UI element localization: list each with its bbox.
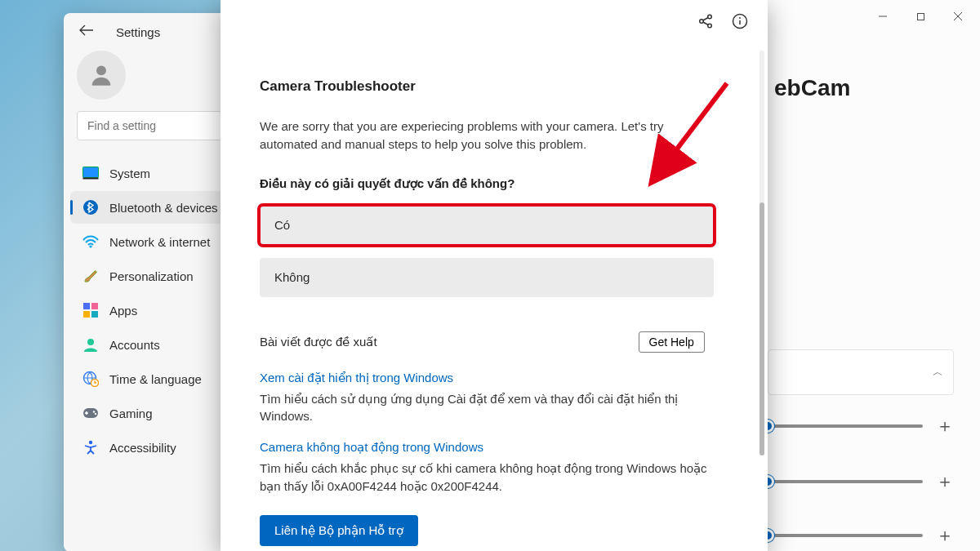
svg-point-21 <box>708 15 712 19</box>
settings-title: Settings <box>116 25 160 39</box>
accessibility-icon <box>82 438 100 456</box>
svg-line-24 <box>703 22 708 25</box>
sidebar-item-label: Personalization <box>109 269 194 283</box>
svg-point-8 <box>89 245 91 247</box>
svg-rect-12 <box>91 311 98 318</box>
svg-point-18 <box>95 413 96 415</box>
bluetooth-icon <box>82 198 100 216</box>
suggested-article: Camera không hoạt động trong Windows Tìm… <box>260 440 717 495</box>
slider-row: ＋ <box>768 519 954 551</box>
svg-point-19 <box>89 441 92 444</box>
troubleshooter-title: Camera Troubleshooter <box>260 78 730 95</box>
troubleshooter-question: Điều này có giải quyết được vấn đề không… <box>260 176 730 191</box>
globe-clock-icon <box>82 370 100 388</box>
svg-point-13 <box>87 339 94 345</box>
sidebar-item-label: Network & internet <box>109 235 210 249</box>
sidebar-item-label: System <box>109 167 150 180</box>
contact-support-button[interactable]: Liên hệ Bộ phận Hỗ trợ <box>260 515 418 546</box>
sidebar-item-label: Gaming <box>109 407 153 420</box>
page-title: ebCam <box>774 75 850 101</box>
slider-row: ＋ <box>768 410 954 442</box>
option-yes-button[interactable]: Có <box>260 206 714 245</box>
slider[interactable] <box>768 424 923 428</box>
slider-row: ＋ <box>768 465 954 498</box>
window-controls <box>864 3 977 29</box>
get-help-panel: Camera Troubleshooter We are sorry that … <box>220 0 768 551</box>
svg-rect-5 <box>83 167 99 178</box>
brush-icon <box>82 267 100 285</box>
svg-rect-10 <box>91 303 98 309</box>
svg-rect-9 <box>83 303 90 309</box>
chevron-up-icon: ︿ <box>933 365 943 380</box>
troubleshooter-description: We are sorry that you are experiecing pr… <box>260 118 717 153</box>
minimize-button[interactable] <box>864 3 902 29</box>
account-icon <box>82 335 100 353</box>
article-link[interactable]: Xem cài đặt hiển thị trong Windows <box>260 371 717 385</box>
maximize-button[interactable] <box>902 3 939 29</box>
scrollbar-thumb[interactable] <box>760 202 764 455</box>
share-icon[interactable] <box>697 13 714 33</box>
svg-rect-6 <box>83 178 99 180</box>
webcam-settings-window: ebCam ︿ ＋ ＋ ＋ <box>768 0 980 551</box>
sidebar-item-label: Apps <box>109 304 137 318</box>
plus-icon[interactable]: ＋ <box>936 523 954 548</box>
svg-point-20 <box>700 20 704 24</box>
svg-point-4 <box>96 65 106 75</box>
option-no-button[interactable]: Không <box>260 258 714 297</box>
svg-line-23 <box>703 18 708 21</box>
sidebar-item-label: Accounts <box>109 338 160 352</box>
section-expander[interactable]: ︿ <box>768 349 954 395</box>
sidebar-item-label: Time & language <box>109 372 202 386</box>
info-icon[interactable] <box>732 13 748 33</box>
user-avatar[interactable] <box>77 51 126 100</box>
sidebar-item-label: Bluetooth & devices <box>109 201 218 215</box>
article-desc: Tìm hiểu cách sử dụng ứng dụng Cài đặt đ… <box>260 390 717 426</box>
scrollbar[interactable] <box>760 51 764 451</box>
svg-rect-1 <box>917 13 924 20</box>
wifi-icon <box>82 233 100 251</box>
article-link[interactable]: Camera không hoạt động trong Windows <box>260 440 717 455</box>
suggested-articles-label: Bài viết được đề xuất <box>260 335 377 349</box>
display-icon <box>82 164 100 182</box>
plus-icon[interactable]: ＋ <box>936 414 954 438</box>
gaming-icon <box>82 404 100 422</box>
suggested-article: Xem cài đặt hiển thị trong Windows Tìm h… <box>260 371 717 426</box>
get-help-button[interactable]: Get Help <box>639 331 705 353</box>
help-topbar <box>697 13 748 33</box>
svg-point-27 <box>739 17 741 19</box>
sidebar-item-label: Accessibility <box>109 441 176 455</box>
plus-icon[interactable]: ＋ <box>936 469 954 494</box>
person-icon <box>87 61 115 89</box>
slider[interactable] <box>768 480 923 483</box>
back-arrow-icon[interactable] <box>77 24 96 39</box>
svg-point-17 <box>93 411 95 412</box>
apps-icon <box>82 301 100 319</box>
svg-point-22 <box>708 24 712 28</box>
article-desc: Tìm hiểu cách khắc phục sự cố khi camera… <box>260 460 717 495</box>
svg-rect-11 <box>83 311 90 318</box>
close-button[interactable] <box>939 3 977 29</box>
slider[interactable] <box>768 534 923 537</box>
